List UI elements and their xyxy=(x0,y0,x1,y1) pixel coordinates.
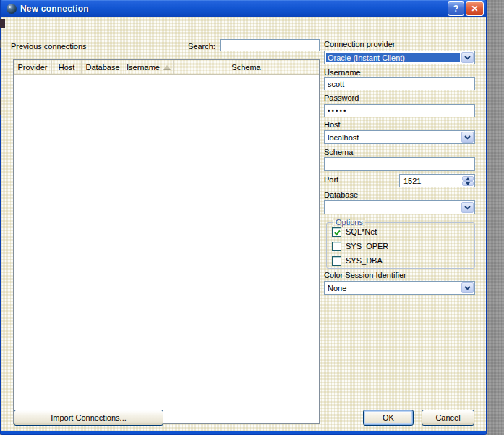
ok-button[interactable]: OK xyxy=(363,410,414,426)
spin-up-icon[interactable] xyxy=(462,176,474,181)
checkbox-sys-oper[interactable]: SYS_OPER xyxy=(332,241,388,251)
background-window-sliver xyxy=(0,19,5,28)
help-button[interactable]: ? xyxy=(448,1,464,16)
connection-provider-label: Connection provider xyxy=(324,40,395,48)
options-group-label: Options xyxy=(333,218,365,227)
background-window-sliver xyxy=(0,40,1,48)
database-select[interactable] xyxy=(324,200,475,214)
table-header-row: Provider Host Database Isername Schema xyxy=(14,60,319,75)
chevron-down-icon[interactable] xyxy=(461,202,474,213)
search-label: Search: xyxy=(188,42,215,51)
spin-down-icon[interactable] xyxy=(462,181,474,186)
port-stepper[interactable]: 1521 xyxy=(399,174,475,187)
connection-provider-value: Oracle (Instant Client) xyxy=(326,53,460,62)
close-button[interactable]: ✕ xyxy=(466,1,484,16)
checkbox-icon[interactable] xyxy=(332,256,341,266)
sort-ascending-icon xyxy=(163,65,171,69)
chevron-down-icon[interactable] xyxy=(461,52,474,63)
schema-label: Schema xyxy=(324,148,353,156)
checkbox-sys-dba[interactable]: SYS_DBA xyxy=(332,255,383,266)
dialog-body: Previous connections Search: Provider Ho… xyxy=(1,17,486,431)
checkbox-icon[interactable] xyxy=(332,242,341,251)
connection-provider-select[interactable]: Oracle (Instant Client) xyxy=(324,51,475,64)
column-header-username[interactable]: Isername xyxy=(124,60,174,74)
cancel-button[interactable]: Cancel xyxy=(422,410,474,426)
port-label: Port xyxy=(324,175,338,184)
username-label: Username xyxy=(324,68,361,77)
background-window-sliver xyxy=(0,98,1,115)
desktop: New connection ? ✕ Previous connections … xyxy=(0,0,504,435)
chevron-down-icon[interactable] xyxy=(461,132,474,143)
column-header-schema[interactable]: Schema xyxy=(174,60,319,74)
search-input[interactable] xyxy=(220,39,320,51)
previous-connections-table[interactable]: Provider Host Database Isername Schema xyxy=(13,59,320,424)
column-header-host[interactable]: Host xyxy=(52,60,82,74)
titlebar[interactable]: New connection ? ✕ xyxy=(1,0,486,17)
host-label: Host xyxy=(324,120,341,129)
color-session-identifier-label: Color Session Identifier xyxy=(324,271,406,279)
password-label: Password xyxy=(324,93,359,102)
host-select[interactable]: localhost xyxy=(324,130,475,144)
import-connections-button[interactable]: Import Connections... xyxy=(14,410,163,426)
window-title: New connection xyxy=(20,4,89,14)
help-icon: ? xyxy=(453,4,458,14)
color-session-identifier-select[interactable]: None xyxy=(324,281,475,295)
checkbox-icon[interactable] xyxy=(332,227,341,237)
chevron-down-icon[interactable] xyxy=(461,282,474,293)
database-label: Database xyxy=(324,190,358,199)
previous-connections-label: Previous connections xyxy=(11,42,87,51)
schema-input[interactable] xyxy=(324,157,475,171)
close-icon: ✕ xyxy=(471,4,478,14)
password-input[interactable]: ••••• xyxy=(324,104,475,117)
new-connection-dialog: New connection ? ✕ Previous connections … xyxy=(1,0,486,434)
column-header-database[interactable]: Database xyxy=(82,60,124,74)
app-globe-icon xyxy=(7,4,17,14)
username-input[interactable]: scott xyxy=(324,77,475,90)
checkbox-sqlnet[interactable]: SQL*Net xyxy=(332,227,377,237)
column-header-provider[interactable]: Provider xyxy=(14,60,52,74)
